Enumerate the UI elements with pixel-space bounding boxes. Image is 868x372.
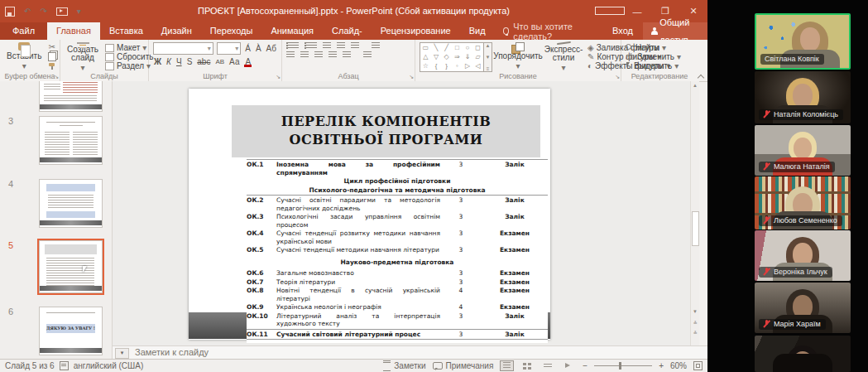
tab-Анимация[interactable]: Анимация — [261, 22, 323, 40]
shape-glyph[interactable]: ▽ — [434, 53, 439, 61]
previous-slide-icon[interactable]: ≛ — [691, 320, 699, 326]
tab-Вставка[interactable]: Вставка — [100, 22, 152, 40]
video-tile-Наталія Коломієць[interactable]: Наталія Коломієць — [755, 71, 851, 123]
thumbnail-slide-6[interactable]: ДЯКУЮ ЗА УВАГУ ! — [39, 307, 103, 355]
find-button[interactable]: Найти — [626, 43, 681, 52]
shape-glyph[interactable]: ◦ — [456, 62, 458, 70]
tell-me-box[interactable]: Что вы хотите сделать? — [495, 22, 602, 40]
cut-icon[interactable]: ✂ — [48, 43, 56, 51]
notes-pane[interactable]: ▾ Заметки к слайду — [113, 345, 707, 360]
copy-icon[interactable] — [48, 52, 56, 61]
zoom-out-button[interactable]: − — [583, 361, 587, 370]
video-tile-Марія Хараїм[interactable]: Марія Хараїм — [755, 283, 851, 333]
tab-Переходы[interactable]: Переходы — [201, 22, 262, 40]
normal-view-button[interactable] — [500, 360, 514, 371]
select-button[interactable]: Выделить▾ — [626, 61, 681, 70]
next-slide-icon[interactable]: ≛ — [691, 330, 699, 336]
shape-glyph[interactable]: ▭ — [423, 44, 429, 52]
font-dialog-launcher-icon[interactable]: ↘ — [276, 74, 281, 80]
columns-icon[interactable] — [343, 51, 351, 58]
slideshow-view-button[interactable] — [562, 360, 576, 371]
shape-glyph[interactable]: ╲ — [434, 44, 439, 52]
shape-glyph[interactable]: □ — [455, 44, 459, 52]
tab-Вид[interactable]: Вид — [460, 22, 495, 40]
shape-glyph[interactable]: ▷ — [465, 62, 470, 70]
new-slide-button[interactable]: Создать слайд▾ — [65, 42, 101, 70]
notes-collapse-button[interactable]: ▾ — [115, 348, 129, 359]
underline-button[interactable]: Ч — [175, 57, 183, 66]
shape-glyph[interactable]: ☆ — [423, 62, 429, 70]
tab-file[interactable]: Файл — [0, 22, 47, 40]
video-tile-Любов Семененко[interactable]: Любов Семененко — [755, 176, 851, 229]
decrease-indent-icon[interactable] — [323, 42, 331, 49]
zoom-slider-thumb[interactable] — [619, 362, 621, 370]
course-table[interactable]: ОК.1Іноземна мова за професійним спрямув… — [247, 158, 548, 343]
shapes-gallery-scrollbar[interactable]: ▲▼≡ — [484, 42, 492, 72]
thumbnail-slide-3[interactable] — [39, 116, 103, 165]
sign-in-button[interactable]: Вход — [602, 22, 643, 40]
paste-button[interactable]: Вставить▾ — [4, 42, 44, 70]
tab-Главная[interactable]: Главная — [47, 22, 100, 40]
text-shadow-button[interactable]: S — [186, 57, 194, 66]
text-direction-icon[interactable] — [372, 42, 380, 49]
clear-formatting-icon[interactable]: Аб — [266, 44, 277, 53]
shape-glyph[interactable]: ◻ — [475, 44, 481, 52]
layout-button[interactable]: Макет▾ — [105, 43, 153, 52]
shape-glyph[interactable]: ◇ — [444, 53, 449, 61]
change-case-button[interactable]: Аа — [228, 57, 240, 66]
thumbnail-slide-5-selected[interactable] — [39, 240, 103, 293]
reading-view-button[interactable] — [541, 360, 555, 371]
increase-indent-icon[interactable] — [337, 42, 345, 49]
proofing-icon[interactable] — [60, 361, 69, 370]
current-slide[interactable]: ПЕРЕЛІК КОМПОНЕНТІВ ОСВІТНЬОЇ ПРОГРАМИ О… — [189, 89, 550, 340]
grow-font-icon[interactable]: А́ — [244, 44, 252, 53]
notes-toggle-button[interactable]: Заметки — [383, 360, 425, 371]
zoom-in-button[interactable]: + — [659, 361, 664, 370]
font-size-select[interactable]: ▾ — [217, 42, 241, 55]
justify-icon[interactable] — [328, 51, 337, 58]
shape-glyph[interactable]: { — [435, 62, 438, 70]
thumbnail-slide-4[interactable] — [39, 179, 103, 228]
bold-button[interactable]: Ж — [153, 57, 162, 66]
shape-glyph[interactable]: △ — [423, 53, 428, 61]
shape-glyph[interactable]: ◁ — [476, 62, 481, 70]
italic-button[interactable]: К — [165, 57, 172, 66]
tab-Дизайн[interactable]: Дизайн — [152, 22, 201, 40]
share-button[interactable]: Общий доступ — [643, 22, 707, 40]
replace-button[interactable]: abЗаменить▾ — [626, 52, 681, 61]
shape-glyph[interactable]: ╱ — [444, 44, 448, 52]
notes-placeholder[interactable]: Заметки к слайду — [135, 347, 209, 357]
drawing-dialog-launcher-icon[interactable]: ↘ — [615, 74, 620, 80]
shapes-gallery[interactable]: ▭╲╱□○◻△▽◇⇒⇓▱☆{}◦▷◁ — [420, 42, 484, 72]
zoom-percentage[interactable]: 60% — [670, 361, 687, 370]
slide-sorter-view-button[interactable] — [520, 360, 535, 371]
video-tile-Малюга Наталія[interactable]: Малюга Наталія — [755, 125, 851, 176]
numbering-icon[interactable] — [305, 42, 317, 49]
vertical-scrollbar[interactable]: ▲ ▼ ≛ ≛ — [690, 81, 699, 345]
shape-glyph[interactable]: ⇒ — [454, 53, 460, 61]
minimize-button[interactable]: — — [623, 7, 651, 17]
strikethrough-button[interactable]: abc — [196, 57, 211, 66]
scroll-up-icon[interactable]: ▲ — [691, 83, 699, 88]
video-tile-Вероніка Ільчук[interactable]: Вероніка Ільчук — [755, 230, 851, 281]
section-button[interactable]: Раздел▾ — [105, 61, 153, 70]
align-center-icon[interactable] — [300, 51, 309, 58]
reset-button[interactable]: Сбросить — [105, 52, 153, 61]
character-spacing-button[interactable]: АВ — [214, 58, 225, 65]
shape-glyph[interactable]: ⇓ — [465, 53, 471, 61]
video-tile-Світлана Ковпік[interactable]: Світлана Ковпік — [755, 13, 851, 70]
shape-glyph[interactable]: } — [445, 62, 448, 70]
align-left-icon[interactable] — [286, 51, 295, 58]
arrange-button[interactable]: Упорядочить▾ — [496, 42, 540, 70]
thumbnail-slide-2[interactable] — [39, 81, 103, 112]
shrink-font-icon[interactable]: А̀ — [255, 44, 262, 53]
zoom-slider[interactable] — [594, 365, 652, 366]
scrollbar-thumb[interactable] — [692, 211, 699, 246]
comments-toggle-button[interactable]: Примечания — [433, 361, 494, 370]
shape-glyph[interactable]: ▱ — [476, 53, 481, 61]
bullets-icon[interactable] — [286, 42, 299, 49]
video-tile-partial[interactable] — [755, 336, 851, 372]
slide-title[interactable]: ПЕРЕЛІК КОМПОНЕНТІВ ОСВІТНЬОЇ ПРОГРАМИ — [232, 105, 540, 157]
paragraph-dialog-launcher-icon[interactable]: ↘ — [409, 74, 414, 80]
tab-Рецензирование[interactable]: Рецензирование — [372, 22, 460, 40]
